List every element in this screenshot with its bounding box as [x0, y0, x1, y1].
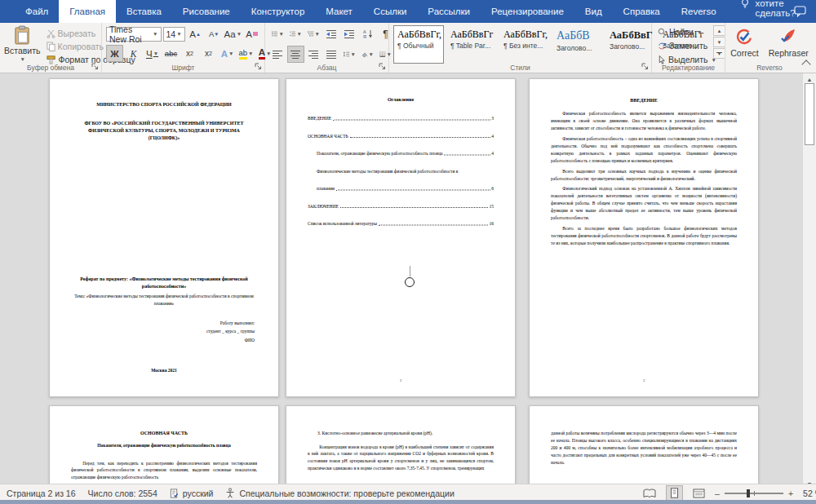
doc-ministry[interactable]: МИНИСТЕРСТВО СПОРТА РОССИЙСКОЙ ФЕДЕРАЦИИ	[73, 100, 255, 108]
tab-home[interactable]: Главная	[59, 0, 116, 23]
doc-paragraph[interactable]: Физиологический подход основан на устано…	[551, 185, 737, 222]
bold-button[interactable]: Ж	[106, 45, 123, 62]
italic-button[interactable]: К	[125, 45, 142, 62]
tab-layout[interactable]: Макет	[315, 0, 363, 23]
doc-author-line[interactable]: ФИО	[73, 335, 255, 343]
increase-indent-button[interactable]	[341, 25, 358, 42]
toc-entry[interactable]: ЗАКЛЮЧЕНИЕ15	[308, 203, 494, 210]
align-right-button[interactable]	[305, 46, 322, 63]
toc-title[interactable]: Оглавление	[308, 95, 494, 103]
doc-paragraph[interactable]: Концентрация ионов водорода в крови (pH)…	[308, 443, 494, 472]
zoom-thumb[interactable]	[747, 489, 750, 497]
style-normal[interactable]: АаБбВвГг, ¶ Обычный	[393, 25, 444, 64]
toc-entry[interactable]: ОСНОВНАЯ ЧАСТЬ4	[308, 133, 494, 140]
doc-theme[interactable]: Тема: «Физиологические методы тестирован…	[73, 293, 255, 307]
decrease-indent-button[interactable]	[323, 25, 340, 42]
doc-author-line[interactable]: Работу выполнил:	[73, 319, 255, 327]
paste-button[interactable]: Вставить ▼	[4, 25, 41, 61]
document-page-4[interactable]: ОСНОВНАЯ ЧАСТЬ Показатели, отражающие фи…	[49, 405, 279, 489]
style-heading1[interactable]: АаБбВ Заголово...	[552, 25, 603, 64]
sort-button[interactable]: АЯ	[359, 25, 376, 42]
tab-draw[interactable]: Рисование	[172, 0, 241, 23]
document-page-5[interactable]: 3. Кислотно-основное равновесие артериал…	[286, 405, 516, 489]
toc-entry[interactable]: Физиологические методы тестирования физи…	[308, 168, 494, 175]
tab-file[interactable]: Файл	[15, 0, 59, 23]
doc-subject[interactable]: Реферат по предмету: «Физиологические ме…	[73, 275, 255, 290]
line-spacing-button[interactable]: ▼	[341, 46, 358, 63]
strikethrough-button[interactable]: abc	[162, 45, 180, 62]
style-heading2[interactable]: АаБбВвГ Заголово...	[605, 25, 656, 64]
paragraph-dialog-launcher[interactable]	[379, 63, 386, 70]
scrollbar-thumb[interactable]	[805, 83, 814, 145]
reverso-rephraser-button[interactable]: Rephraser	[765, 25, 813, 60]
align-center-button[interactable]	[287, 46, 304, 63]
toc-entry[interactable]: Список использованной литературы16	[308, 220, 494, 228]
document-page-2[interactable]: Оглавление ВВЕДЕНИЕ3 ОСНОВНАЯ ЧАСТЬ4 Пок…	[286, 78, 516, 397]
styles-dialog-launcher[interactable]	[641, 63, 649, 70]
toc-entry[interactable]: плавании6	[308, 185, 494, 192]
tab-insert[interactable]: Вставка	[116, 0, 172, 23]
reverso-correct-button[interactable]: Correct	[726, 25, 762, 60]
doc-author-line[interactable]: студент _ курса _ группы	[73, 327, 255, 335]
clear-formatting-button[interactable]: А	[243, 25, 260, 42]
font-family-combo[interactable]: Times New Roi▼	[106, 27, 162, 42]
zoom-in-button[interactable]: +	[788, 489, 793, 498]
toc-entry[interactable]: Показатели, отражающие физическую работо…	[308, 150, 494, 157]
zoom-level[interactable]: 52 %	[803, 489, 816, 498]
justify-button[interactable]	[323, 46, 340, 63]
numbering-button[interactable]: ▼	[287, 25, 304, 42]
tab-reverso[interactable]: Reverso	[671, 0, 727, 23]
doc-university[interactable]: ФГБОУ ВО «РОССИЙСКИЙ ГОСУДАРСТВЕННЫЙ УНИ…	[73, 119, 255, 141]
doc-paragraph[interactable]: Всего за последнее время было разработан…	[551, 225, 737, 247]
style-no-spacing[interactable]: АаБбВвГг, ¶ Без инте...	[499, 25, 550, 64]
tab-design[interactable]: Конструктор	[241, 0, 316, 23]
read-mode-button[interactable]	[643, 489, 656, 498]
underline-button[interactable]: Ч▼	[144, 45, 161, 62]
doc-paragraph[interactable]: Перед тем, как переходить к рассмотрению…	[71, 459, 257, 481]
doc-city-year[interactable]: Москва 2021	[50, 367, 278, 374]
doc-list-item[interactable]: 3. Кислотно-основное равновесие артериал…	[308, 430, 494, 436]
text-effects-button[interactable]: А▼	[219, 45, 236, 62]
shrink-font-button[interactable]: А▼	[206, 25, 223, 42]
doc-paragraph[interactable]: Всего выделяют три основных научных подх…	[551, 167, 737, 182]
replace-button[interactable]: Заменить	[656, 40, 721, 51]
doc-paragraph[interactable]: данной работы величины потребления кисло…	[551, 430, 737, 466]
style-table-paragraph[interactable]: АаБбВвГг ¶ Table Par...	[446, 25, 497, 64]
document-page-6[interactable]: данной работы величины потребления кисло…	[529, 405, 759, 489]
clipboard-dialog-launcher[interactable]	[91, 63, 99, 70]
shading-button[interactable]: ▼	[359, 46, 376, 63]
section-subheading[interactable]: Показатели, отражающие физическую работо…	[71, 442, 257, 449]
accessibility-status[interactable]: Специальные возможности: проверьте реком…	[225, 488, 454, 498]
toc-entry[interactable]: ВВЕДЕНИЕ3	[308, 115, 494, 122]
proofing-status[interactable]: русский	[170, 489, 214, 498]
font-size-combo[interactable]: 14▼	[163, 27, 185, 42]
section-heading[interactable]: ВВЕДЕНИЕ	[551, 96, 737, 104]
zoom-out-button[interactable]: –	[715, 489, 720, 498]
doc-paragraph[interactable]: Физическая работоспособность – одна из в…	[551, 135, 737, 165]
grow-font-button[interactable]: А▲	[187, 25, 204, 42]
word-count[interactable]: Число слов: 2554	[88, 489, 157, 498]
print-layout-button[interactable]	[666, 485, 683, 501]
web-layout-button[interactable]	[693, 489, 705, 498]
zoom-track[interactable]	[725, 493, 783, 494]
tab-view[interactable]: Вид	[574, 0, 613, 23]
tab-mailings[interactable]: Рассылки	[417, 0, 481, 23]
zoom-slider[interactable]: – +	[715, 489, 793, 498]
document-page-1[interactable]: МИНИСТЕРСТВО СПОРТА РОССИЙСКОЙ ФЕДЕРАЦИИ…	[49, 78, 279, 397]
find-button[interactable]: Найти▼	[656, 26, 721, 38]
highlight-color-button[interactable]: ab▼	[237, 45, 255, 62]
change-case-button[interactable]: Аа▼	[224, 25, 242, 42]
bullets-button[interactable]: ▼	[269, 25, 286, 42]
vertical-scrollbar[interactable]: ▲ ▼	[802, 73, 816, 489]
tab-references[interactable]: Ссылки	[363, 0, 418, 23]
align-left-button[interactable]	[269, 46, 286, 63]
superscript-button[interactable]: x2	[200, 45, 217, 62]
doc-paragraph[interactable]: Физическая работоспособность является вы…	[551, 110, 737, 132]
tab-review[interactable]: Рецензирование	[481, 0, 574, 23]
multilevel-list-button[interactable]: ▼	[305, 25, 322, 42]
subscript-button[interactable]: x2	[181, 45, 198, 62]
font-dialog-launcher[interactable]	[255, 63, 262, 70]
section-heading[interactable]: ОСНОВНАЯ ЧАСТЬ	[71, 429, 257, 436]
page-indicator[interactable]: Страница 2 из 16	[7, 489, 76, 498]
tab-help[interactable]: Справка	[613, 0, 671, 23]
